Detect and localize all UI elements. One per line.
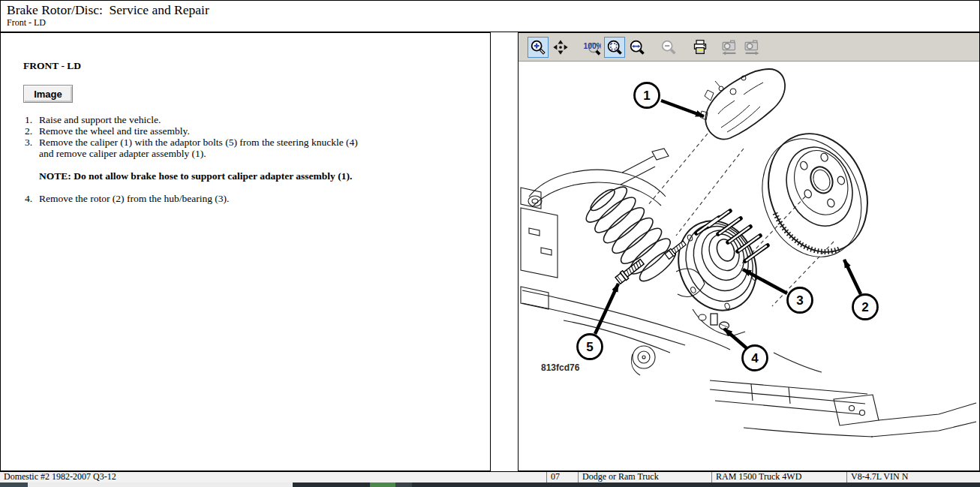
- previous-image-icon: [720, 38, 738, 56]
- status-make: Dodge or Ram Truck: [578, 472, 711, 482]
- print-icon: [692, 39, 708, 56]
- panel-splitter[interactable]: [491, 32, 518, 471]
- procedure-step: 4. Remove the rotor (2) from the hub/bea…: [1, 193, 490, 204]
- brake-caliper-drawing: [700, 69, 785, 140]
- procedure-steps: 1. Raise and support the vehicle. 2. Rem…: [1, 114, 490, 204]
- taskbar-corner-segment: [0, 482, 28, 487]
- callout-2: 2: [853, 295, 878, 320]
- pan-icon: [552, 39, 569, 56]
- previous-image-button: [719, 37, 740, 58]
- procedure-step: 1. Raise and support the vehicle.: [1, 114, 490, 125]
- next-image-button: [741, 37, 762, 58]
- status-database: Domestic #2 1982-2007 Q3-12: [0, 472, 546, 482]
- step-text: Remove the caliper (1) with the adaptor …: [39, 137, 366, 159]
- procedure-step: 2. Remove the wheel and tire assembly.: [1, 125, 490, 137]
- svg-text:1: 1: [643, 89, 650, 103]
- knuckle-stud-drawing: [699, 314, 729, 329]
- taskbar-dim-segment: [395, 482, 412, 487]
- step-number: 3.: [19, 137, 32, 159]
- viewer-toolbar: 100%: [519, 33, 979, 62]
- taskbar-light-segment: [28, 482, 293, 487]
- image-viewer-panel: 100%: [518, 32, 980, 471]
- svg-text:4: 4: [751, 351, 759, 365]
- diagram-canvas[interactable]: 1 2 3 4 5 813f: [519, 62, 979, 470]
- zoom-out-button: [658, 37, 679, 58]
- svg-text:100%: 100%: [583, 41, 601, 50]
- status-engine: V8-4.7L VIN N: [846, 472, 980, 482]
- page-title: Brake Rotor/Disc: Service and Repair: [7, 2, 979, 17]
- zoom-in-icon: [530, 39, 546, 56]
- svg-text:5: 5: [586, 340, 593, 354]
- taskbar-green-segment: [370, 482, 395, 487]
- print-button[interactable]: [690, 37, 711, 58]
- document-header: Brake Rotor/Disc: Service and Repair Fro…: [0, 0, 980, 32]
- step-number: 4.: [19, 193, 32, 204]
- callout-3: 3: [788, 288, 813, 313]
- procedure-panel: FRONT - LD Image 1. Raise and support th…: [0, 32, 491, 471]
- procedure-note: NOTE: Do not allow brake hose to support…: [39, 170, 369, 182]
- image-button[interactable]: Image: [23, 85, 73, 103]
- figure-id-label: 813fcd76: [541, 362, 580, 373]
- section-heading: FRONT - LD: [23, 60, 490, 72]
- procedure-step: 3. Remove the caliper (1) with the adapt…: [1, 137, 490, 159]
- step-number: 2.: [19, 125, 32, 137]
- status-year: 07: [546, 472, 578, 482]
- taskbar-sliver: [0, 482, 980, 487]
- step-text: Remove the rotor (2) from the hub/bearin…: [39, 193, 229, 204]
- zoom-100-button[interactable]: 100%: [582, 37, 603, 58]
- step-text: Raise and support the vehicle.: [39, 114, 161, 125]
- status-bar: Domestic #2 1982-2007 Q3-12 07 Dodge or …: [0, 471, 980, 482]
- step-number: 1.: [19, 114, 32, 125]
- page-subtitle: Front - LD: [7, 17, 979, 28]
- status-model: RAM 1500 Truck 4WD: [711, 472, 846, 482]
- zoom-in-button[interactable]: [528, 37, 549, 58]
- svg-text:3: 3: [796, 293, 803, 308]
- service-repair-window: { "header": { "title": "Brake Rotor/Disc…: [0, 0, 980, 487]
- next-image-icon: [743, 38, 761, 56]
- step-text: Remove the wheel and tire assembly.: [39, 125, 190, 137]
- fit-to-width-icon: [629, 39, 645, 56]
- brake-assembly-diagram: 1 2 3 4 5 813f: [519, 62, 979, 470]
- fit-to-width-button[interactable]: [627, 37, 648, 58]
- callout-1: 1: [635, 83, 660, 108]
- zoom-100-icon: 100%: [583, 38, 601, 56]
- svg-text:2: 2: [861, 300, 868, 314]
- fit-to-window-icon: [606, 39, 623, 56]
- hub-bearing-drawing: [666, 209, 769, 323]
- suspension-background-art: [521, 149, 976, 437]
- fit-to-window-button[interactable]: [604, 37, 625, 58]
- zoom-out-icon: [660, 39, 677, 56]
- callout-4: 4: [743, 346, 768, 371]
- pan-button[interactable]: [550, 37, 571, 58]
- callout-5: 5: [578, 335, 603, 359]
